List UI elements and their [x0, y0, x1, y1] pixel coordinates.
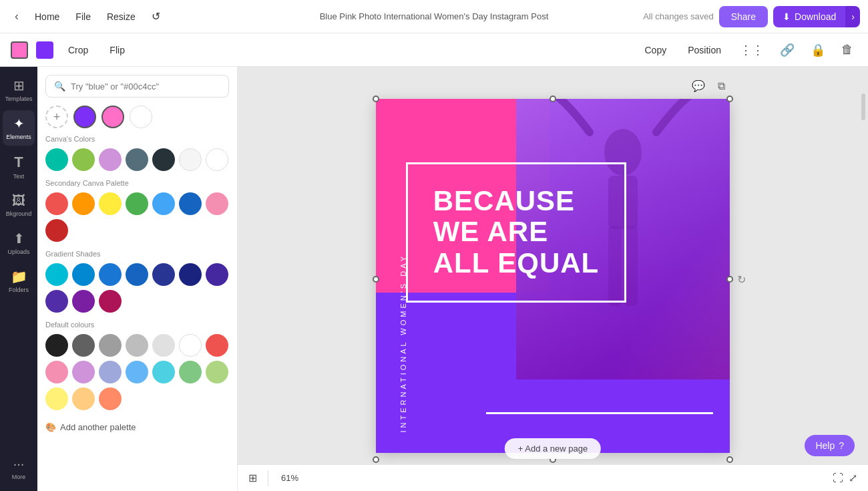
def-color-purple[interactable] [72, 361, 95, 383]
canva-color-slate[interactable] [126, 148, 148, 171]
color-swatch-purple[interactable] [36, 41, 53, 59]
download-label: Download [795, 11, 836, 22]
help-button[interactable]: Help ? [805, 435, 855, 456]
position-button[interactable]: Position [681, 41, 728, 59]
def-color-lightgray[interactable] [152, 334, 175, 357]
canva-color-green[interactable] [72, 148, 95, 171]
zoom-right: ⛶ ⤢ [833, 472, 857, 484]
grad-color-8[interactable] [45, 290, 68, 313]
handle-top-left[interactable] [373, 96, 379, 102]
topbar: ‹ Home File Resize ↺ Blue Pink Photo Int… [0, 0, 868, 33]
def-color-orange[interactable] [72, 387, 95, 410]
back-button[interactable]: ‹ [8, 5, 25, 27]
def-color-green[interactable] [179, 361, 202, 383]
canvas-vscroll[interactable] [861, 80, 865, 458]
canvas-comment-icon[interactable]: 💬 [690, 77, 707, 95]
canva-color-lavender[interactable] [99, 148, 122, 171]
def-color-yellow[interactable] [45, 387, 68, 410]
grad-color-7[interactable] [206, 263, 228, 286]
lock-icon-button[interactable]: 🔒 [807, 39, 829, 61]
sidebar-item-text[interactable]: T Text [3, 148, 35, 185]
handle-mid-left[interactable] [373, 276, 379, 283]
def-color-pink[interactable] [45, 361, 68, 383]
copy-button[interactable]: Copy [638, 41, 674, 59]
selected-color-purple[interactable] [73, 106, 96, 128]
grad-color-5[interactable] [152, 263, 175, 286]
sidebar-item-elements[interactable]: ✦ Elements [3, 110, 35, 146]
copy-label: Copy [645, 45, 667, 55]
grid-icon-button[interactable]: ⋮⋮ [736, 39, 768, 61]
divider-1 [268, 470, 268, 486]
grad-color-2[interactable] [72, 263, 95, 286]
sidebar-item-templates[interactable]: ⊞ Templates [3, 72, 35, 108]
canva-color-dark[interactable] [152, 148, 175, 171]
grad-color-9[interactable] [72, 290, 95, 313]
sidebar-item-background[interactable]: 🖼 Bkground [3, 188, 35, 222]
sec-color-darkred[interactable] [45, 219, 68, 242]
def-color-black[interactable] [45, 334, 68, 357]
canva-color-light[interactable] [179, 148, 202, 171]
position-label: Position [688, 45, 721, 55]
undo-button[interactable]: ↺ [145, 6, 167, 27]
add-page-label: + Add a new page [518, 444, 588, 454]
def-color-blue[interactable] [126, 361, 148, 383]
canvas-area: 💬 ⧉ [238, 67, 868, 491]
sec-color-red[interactable] [45, 192, 68, 215]
grad-color-6[interactable] [179, 263, 202, 286]
grad-color-10[interactable] [99, 290, 122, 313]
def-color-indigo[interactable] [99, 361, 122, 383]
canvas-vscroll-thumb[interactable] [861, 94, 865, 120]
search-bar: 🔍 [45, 75, 229, 98]
handle-mid-right[interactable] [726, 276, 733, 283]
link-icon-button[interactable]: 🔗 [776, 39, 799, 61]
resize-button[interactable]: Resize [100, 7, 142, 26]
canva-color-teal[interactable] [45, 148, 68, 171]
sec-color-blue[interactable] [152, 192, 175, 215]
download-chevron-button[interactable]: › [845, 6, 860, 27]
elements-icon: ✦ [13, 116, 25, 132]
flip-button[interactable]: Flip [103, 41, 132, 59]
add-page-button[interactable]: + Add a new page [505, 438, 601, 459]
sec-color-pink[interactable] [206, 192, 228, 215]
home-button[interactable]: Home [28, 7, 66, 26]
fullscreen-button[interactable]: ⛶ [833, 472, 843, 484]
zoom-grid-button[interactable]: ⊞ [248, 472, 257, 484]
grad-color-1[interactable] [45, 263, 68, 286]
def-color-red[interactable] [206, 334, 228, 357]
sec-color-yellow[interactable] [99, 192, 122, 215]
sec-color-green[interactable] [126, 192, 148, 215]
selected-color-white[interactable] [130, 106, 152, 128]
design-canvas[interactable]: BECAUSE WE ARE ALL EQUAL INTERNATIONAL W… [376, 99, 730, 453]
sidebar-item-more[interactable]: ··· More [3, 451, 35, 486]
handle-mid-top[interactable] [550, 96, 556, 102]
download-button[interactable]: ⬇ Download [773, 6, 845, 27]
delete-icon-button[interactable]: 🗑 [837, 39, 857, 61]
crop-button[interactable]: Crop [61, 41, 95, 59]
def-color-darkgray[interactable] [72, 334, 95, 357]
def-color-gray[interactable] [99, 334, 122, 357]
left-sidebar: ⊞ Templates ✦ Elements T Text 🖼 Bkground… [0, 67, 37, 491]
color-swatch-pink[interactable] [11, 41, 28, 59]
grad-color-4[interactable] [126, 263, 148, 286]
def-color-deeporange[interactable] [99, 387, 122, 410]
add-palette-button[interactable]: 🎨 Add another palette [45, 418, 136, 436]
sidebar-item-folders[interactable]: 📁 Folders [3, 263, 35, 299]
zoom-fit-button[interactable]: ⤢ [849, 472, 857, 484]
color-search-input[interactable] [71, 81, 220, 92]
selected-color-pink[interactable] [101, 106, 124, 128]
background-label: Bkground [6, 210, 32, 217]
def-color-white[interactable] [179, 334, 202, 357]
grad-color-3[interactable] [99, 263, 122, 286]
share-button[interactable]: Share [719, 6, 768, 27]
handle-top-right[interactable] [726, 96, 733, 102]
file-button[interactable]: File [69, 7, 97, 26]
sec-color-darkblue[interactable] [179, 192, 202, 215]
sec-color-orange[interactable] [72, 192, 95, 215]
def-color-cyan[interactable] [152, 361, 175, 383]
add-color-button[interactable]: + [45, 106, 68, 128]
canvas-duplicate-icon[interactable]: ⧉ [712, 77, 730, 95]
def-color-ltgreen[interactable] [206, 361, 228, 383]
sidebar-item-uploads[interactable]: ⬆ Uploads [3, 225, 35, 261]
def-color-medgray[interactable] [126, 334, 148, 357]
canva-color-white[interactable] [206, 148, 228, 171]
